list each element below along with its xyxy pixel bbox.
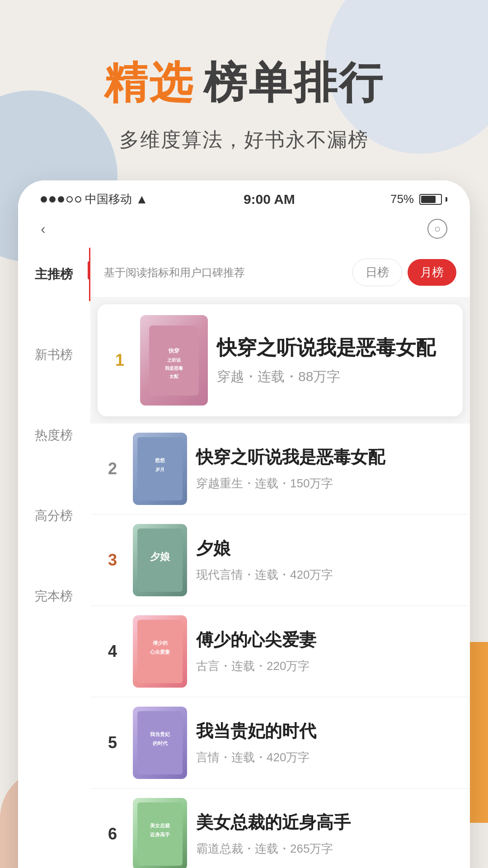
book-info-5: 我当贵妃的时代 言情・连载・420万字 (196, 720, 459, 765)
book-title-5: 我当贵妃的时代 (196, 720, 459, 742)
book-meta-6: 霸道总裁・连载・265万字 (196, 841, 459, 857)
svg-text:夕娘: 夕娘 (150, 551, 170, 562)
book-cover-3: 夕娘 (133, 524, 187, 596)
book-item-4[interactable]: 4 傅少的 心尖爱妻 傅少的心尖爱妻 古言・连载・220万字 (90, 606, 470, 697)
battery-icon (419, 194, 447, 205)
signal-dot-5 (75, 196, 81, 203)
book-item-featured[interactable]: 1 快穿 之听说 我是恶毒 女配 快穿之听说我是恶毒女配 穿越・连载・88万字 (98, 304, 463, 416)
nav-bar: ‹ ○ (18, 214, 470, 248)
top-bar-description: 基于阅读指标和用户口碑推荐 (104, 265, 245, 280)
svg-text:近身高手: 近身高手 (150, 832, 170, 837)
signal-dot-4 (66, 196, 73, 203)
wifi-icon: ▲ (136, 192, 148, 207)
sidebar-item-complete[interactable]: 完本榜 (18, 570, 90, 623)
book-title-1: 快穿之听说我是恶毒女配 (217, 335, 452, 360)
status-left: 中国移动 ▲ (41, 191, 148, 207)
header-title-row: 精选 榜单排行 (36, 54, 452, 113)
svg-text:我是恶毒: 我是恶毒 (164, 366, 183, 371)
book-title-2: 快穿之听说我是恶毒女配 (196, 446, 459, 468)
signal-dots (41, 196, 81, 203)
book-meta-3: 现代言情・连载・420万字 (196, 567, 459, 583)
tab-daily[interactable]: 日榜 (352, 259, 402, 286)
rank-number-1: 1 (108, 351, 131, 370)
title-dark: 榜单排行 (203, 54, 384, 113)
back-button[interactable]: ‹ (41, 221, 46, 237)
book-item-3[interactable]: 3 夕娘 夕娘 现代言情・连载・420万字 (90, 515, 470, 605)
svg-text:美女总裁: 美女总裁 (150, 823, 170, 828)
svg-text:心尖爱妻: 心尖爱妻 (150, 649, 170, 655)
book-meta-5: 言情・连载・420万字 (196, 750, 459, 765)
book-info-3: 夕娘 现代言情・连载・420万字 (196, 538, 459, 583)
svg-text:之听说: 之听说 (167, 358, 181, 363)
svg-text:快穿: 快穿 (168, 348, 179, 354)
svg-text:的时代: 的时代 (153, 741, 168, 746)
battery-box (419, 194, 442, 205)
status-right: 75% (390, 192, 447, 206)
sidebar: 主推榜 新书榜 热度榜 高分榜 完本榜 (18, 248, 90, 868)
rank-number-5: 5 (101, 733, 124, 752)
carrier-name: 中国移动 (85, 191, 132, 207)
book-title-6: 美女总裁的近身高手 (196, 811, 459, 834)
book-info-6: 美女总裁的近身高手 霸道总裁・连载・265万字 (196, 811, 459, 857)
book-info-2: 快穿之听说我是恶毒女配 穿越重生・连载・150万字 (196, 446, 459, 491)
sidebar-item-score[interactable]: 高分榜 (18, 489, 90, 542)
book-title-4: 傅少的心尖爱妻 (196, 629, 459, 651)
sidebar-item-hot[interactable]: 热度榜 (18, 409, 90, 462)
sidebar-item-new[interactable]: 新书榜 (18, 328, 90, 382)
search-button[interactable]: ○ (427, 219, 447, 239)
book-meta-2: 穿越重生・连载・150万字 (196, 476, 459, 491)
svg-text:傅少的: 傅少的 (152, 640, 168, 646)
status-time: 9:00 AM (244, 192, 295, 207)
main-list: 基于阅读指标和用户口碑推荐 日榜 月榜 1 快穿 之听说 我是恶毒 女配 (90, 248, 470, 868)
tab-monthly[interactable]: 月榜 (408, 259, 456, 286)
top-bar: 基于阅读指标和用户口碑推荐 日榜 月榜 (90, 248, 470, 297)
sidebar-item-main[interactable]: 主推榜 (18, 248, 90, 301)
book-cover-5: 我当贵妃 的时代 (133, 707, 187, 779)
svg-text:岁月: 岁月 (155, 467, 164, 472)
content-area: 主推榜 新书榜 热度榜 高分榜 完本榜 基于阅读指标和用户口碑推荐 日榜 (18, 248, 470, 868)
svg-text:我当贵妃: 我当贵妃 (150, 731, 170, 737)
book-cover-4: 傅少的 心尖爱妻 (133, 615, 187, 688)
subtitle: 多维度算法，好书永不漏榜 (36, 127, 452, 153)
rank-number-6: 6 (101, 825, 124, 844)
svg-text:悠悠: 悠悠 (155, 458, 165, 463)
header-section: 精选 榜单排行 多维度算法，好书永不漏榜 (0, 0, 488, 180)
book-item-2[interactable]: 2 悠悠 岁月 快穿之听说我是恶毒女配 穿越重生・连载・150万字 (90, 424, 470, 514)
rank-number-2: 2 (101, 459, 124, 478)
book-cover-2: 悠悠 岁月 (133, 433, 187, 505)
phone-mockup: 中国移动 ▲ 9:00 AM 75% ‹ ○ 主推榜 新书榜 (18, 180, 470, 868)
battery-tip (446, 197, 447, 202)
book-info-1: 快穿之听说我是恶毒女配 穿越・连载・88万字 (217, 335, 452, 386)
status-bar: 中国移动 ▲ 9:00 AM 75% (18, 180, 470, 214)
battery-percent: 75% (390, 192, 414, 206)
book-meta-1: 穿越・连载・88万字 (217, 368, 452, 386)
signal-dot-2 (49, 196, 56, 203)
tab-group: 日榜 月榜 (352, 259, 456, 286)
svg-text:女配: 女配 (169, 374, 179, 379)
signal-dot-1 (41, 196, 47, 203)
title-orange: 精选 (104, 54, 194, 113)
book-item-6[interactable]: 6 美女总裁 近身高手 美女总裁的近身高手 霸道总裁・连载・265万字 (90, 789, 470, 868)
book-title-3: 夕娘 (196, 538, 459, 560)
book-meta-4: 古言・连载・220万字 (196, 658, 459, 674)
book-info-4: 傅少的心尖爱妻 古言・连载・220万字 (196, 629, 459, 674)
signal-dot-3 (58, 196, 64, 203)
book-item-5[interactable]: 5 我当贵妃 的时代 我当贵妃的时代 言情・连载・420万字 (90, 698, 470, 788)
rank-number-4: 4 (101, 642, 124, 661)
battery-fill (421, 196, 436, 203)
book-cover-6: 美女总裁 近身高手 (133, 798, 187, 868)
book-cover-1: 快穿 之听说 我是恶毒 女配 (140, 315, 208, 406)
rank-number-3: 3 (101, 551, 124, 570)
